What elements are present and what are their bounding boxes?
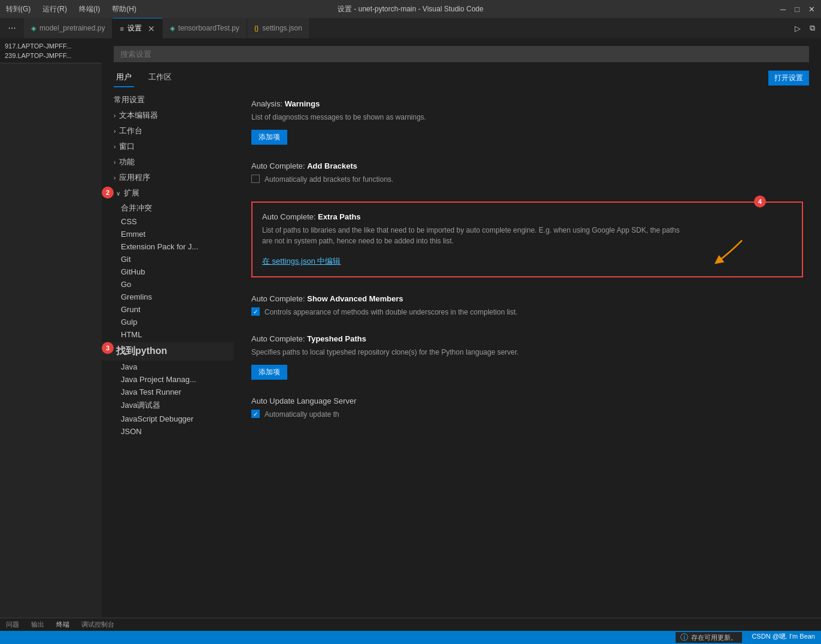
desc-auto-update: Automatically update th [264,409,339,420]
close-btn[interactable]: ✕ [808,5,815,14]
setting-auto-brackets: Auto Complete: Add Brackets Automaticall… [251,161,803,185]
nav-ext-java-debugger[interactable]: Java调试器 [102,398,233,413]
tab-more-btn[interactable]: ··· [0,18,24,38]
tab-label-model: model_pretrained.py [39,24,105,32]
setting-extra-paths-highlighted: 4 Auto Complete: Extra Paths List of pat… [251,202,803,277]
setting-title-brackets: Auto Complete: Add Brackets [251,161,803,170]
nav-features[interactable]: › 功能 [102,154,233,170]
python-tooltip: 找到python [102,342,233,361]
setting-desc-extra-paths: List of paths to libraries and the like … [262,225,681,246]
nav-ext-git[interactable]: Git [102,253,233,265]
search-input[interactable] [114,46,809,62]
split-editor-icon[interactable]: ⧉ [810,23,815,33]
nav-ext-merge-conflict[interactable]: 合并冲突 [102,201,233,215]
nav-ext-java[interactable]: Java [102,361,233,373]
nav-text-editor[interactable]: › 文本编辑器 [102,108,233,123]
setting-auto-update: Auto Update Language Server ✓ Automatica… [251,396,803,420]
menu-goto[interactable]: 转到(G) [6,4,31,14]
add-item-btn-1[interactable]: 添加项 [251,130,287,145]
add-item-btn-2[interactable]: 添加项 [251,365,287,380]
nav-ext-grunt[interactable]: Grunt [102,303,233,316]
nav-ext-gulp[interactable]: Gulp [102,316,233,328]
tab-workspace[interactable]: 工作区 [146,68,174,87]
setting-desc-analysis: List of diagnostics messages to be shown… [251,112,670,123]
checkbox-row-brackets: Automatically add brackets for functions… [251,174,803,185]
tab-tensorboard[interactable]: ◈ tensorboardTest.py [163,18,247,38]
settings-body: 常用设置 › 文本编辑器 › 工作台 › 窗口 › 功能 [102,87,821,618]
nav-label-extensions: 扩展 [124,188,139,199]
nav-ext-java-project[interactable]: Java Project Manag... [102,373,233,386]
setting-show-advanced: Auto Complete: Show Advanced Members ✓ C… [251,294,803,318]
remote-item-1[interactable]: 917.LAPTOP-JMPFF... [5,41,97,51]
settings-nav: 常用设置 › 文本编辑器 › 工作台 › 窗口 › 功能 [102,87,233,618]
desc-advanced: Controls appearance of methods with doub… [264,307,518,318]
tab-settings[interactable]: ≡ 设置 ✕ [112,18,162,38]
python-file-icon: ◈ [31,25,36,32]
nav-ext-extension-pack[interactable]: Extension Pack for J... [102,240,233,253]
setting-desc-typeshed: Specifies paths to local typeshed reposi… [251,347,670,358]
terminal-tab-debug[interactable]: 调试控制台 [81,620,114,629]
tab-model-pretrained[interactable]: ◈ model_pretrained.py [24,18,112,38]
tab-actions: ▷ ⧉ [789,18,821,38]
info-icon: ⓘ [680,632,688,643]
badge-4: 4 [754,196,766,207]
nav-ext-go[interactable]: Go [102,278,233,291]
checkbox-row-advanced: ✓ Controls appearance of methods with do… [251,307,803,318]
maximize-btn[interactable]: □ [795,5,799,14]
statusbar-update[interactable]: ⓘ 存在可用更新。 [676,632,742,643]
nav-label-window: 窗口 [119,141,135,152]
content-area: 1 用户 工作区 打开设置 常用设置 › 文本编辑器 › 工作台 [102,39,821,618]
menu-run[interactable]: 运行(R) [42,4,67,14]
settings-content: Analysis: Warnings List of diagnostics m… [233,87,821,618]
nav-ext-java-test[interactable]: Java Test Runner [102,386,233,398]
open-settings-button[interactable]: 打开设置 [768,71,809,86]
chevron-right-icon-5: › [114,175,115,181]
nav-label-features: 功能 [119,157,135,167]
nav-label-applications: 应用程序 [119,172,150,183]
nav-ext-emmet[interactable]: Emmet [102,228,233,240]
nav-extensions-header[interactable]: ∨ 扩展 [102,185,233,201]
nav-common-settings[interactable]: 常用设置 [102,92,233,108]
minimize-btn[interactable]: ─ [780,5,786,14]
sidebar: 917.LAPTOP-JMPFF... 239.LAPTOP-JMPFF... [0,39,102,618]
tab-user[interactable]: 用户 [114,68,134,87]
run-icon[interactable]: ▷ [795,24,801,33]
update-text: 存在可用更新。 [691,633,737,642]
checkbox-brackets[interactable] [251,175,260,183]
remote-item-2[interactable]: 239.LAPTOP-JMPFF... [5,51,97,60]
nav-ext-js-debugger[interactable]: JavaScript Debugger [102,413,233,425]
badge-2: 2 [102,187,114,199]
settings-file-icon: ≡ [120,25,123,32]
sidebar-remote-items: 917.LAPTOP-JMPFF... 239.LAPTOP-JMPFF... [0,39,102,63]
window-controls[interactable]: ─ □ ✕ [780,5,815,14]
setting-typeshed: Auto Complete: Typeshed Paths Specifies … [251,334,803,380]
tab-bar: ··· ◈ model_pretrained.py ≡ 设置 ✕ ◈ tenso… [0,18,821,39]
nav-ext-css[interactable]: CSS [102,215,233,228]
setting-title-analysis: Analysis: Warnings [251,99,803,108]
menu-terminal[interactable]: 终端(I) [79,4,100,14]
tab-settings-json[interactable]: {} settings.json [247,18,310,38]
nav-workbench[interactable]: › 工作台 [102,123,233,139]
tab-close-settings[interactable]: ✕ [148,24,155,33]
terminal-tab-problems[interactable]: 问题 [6,620,19,629]
nav-ext-github[interactable]: GitHub [102,265,233,278]
nav-applications[interactable]: › 应用程序 [102,170,233,185]
nav-ext-html[interactable]: HTML [102,328,233,341]
setting-title-extra-paths: Auto Complete: Extra Paths [262,212,792,221]
terminal-tab-output[interactable]: 输出 [31,620,44,629]
nav-window[interactable]: › 窗口 [102,139,233,154]
checkbox-advanced[interactable]: ✓ [251,307,260,316]
edit-settings-json-link[interactable]: 在 settings.json 中编辑 [262,256,341,267]
setting-title-advanced: Auto Complete: Show Advanced Members [251,294,803,303]
nav-ext-gremlins[interactable]: Gremlins [102,291,233,303]
checkbox-auto-update[interactable]: ✓ [251,410,260,418]
terminal-tab-terminal[interactable]: 终端 [56,620,69,629]
menu-help[interactable]: 帮助(H) [112,4,136,14]
nav-label-text-editor: 文本编辑器 [119,110,158,121]
statusbar-user: CSDN @嗯. I'm Bean [752,632,815,643]
main-layout: 917.LAPTOP-JMPFF... 239.LAPTOP-JMPFF... … [0,39,821,618]
nav-ext-json[interactable]: JSON [102,425,233,438]
desc-brackets: Automatically add brackets for functions… [264,174,393,185]
setting-title-typeshed: Auto Complete: Typeshed Paths [251,334,803,343]
setting-analysis-warnings: Analysis: Warnings List of diagnostics m… [251,99,803,145]
